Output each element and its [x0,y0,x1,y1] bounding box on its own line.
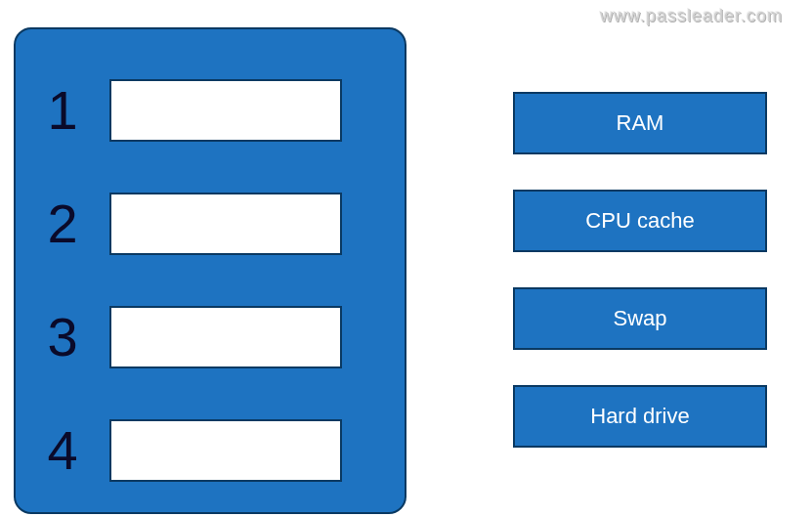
drop-target-panel: 1 2 3 4 [14,27,406,514]
drop-slot-3[interactable] [109,306,342,368]
option-ram[interactable]: RAM [513,92,767,154]
option-cpu-cache[interactable]: CPU cache [513,190,767,252]
slot-number-4: 4 [16,418,109,482]
options-column: RAM CPU cache Swap Hard drive [513,92,767,483]
slot-number-2: 2 [16,192,109,255]
option-swap[interactable]: Swap [513,287,767,350]
drop-slot-1[interactable] [109,79,342,142]
slot-row-4: 4 [16,418,405,482]
slot-number-1: 1 [16,78,109,142]
slot-row-3: 3 [16,305,405,368]
drop-slot-4[interactable] [109,419,342,482]
slot-row-2: 2 [16,192,405,255]
slot-row-1: 1 [16,78,405,142]
option-hard-drive[interactable]: Hard drive [513,385,767,448]
watermark-text: www.passleader.com [600,6,783,26]
drop-slot-2[interactable] [109,193,342,255]
slot-number-3: 3 [16,305,109,368]
